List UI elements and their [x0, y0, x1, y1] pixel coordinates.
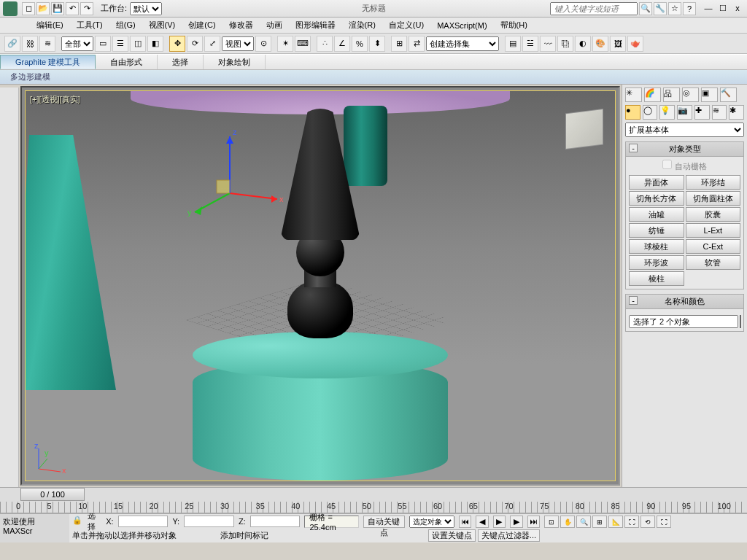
pivot-icon[interactable]: ⊙ [255, 36, 271, 52]
ehier-icon[interactable]: ⊞ [391, 36, 407, 52]
setkey-button[interactable]: 设置关键点 [428, 529, 476, 542]
btn-hedra[interactable]: 异面体 [629, 175, 684, 190]
object-name-field[interactable] [629, 315, 738, 328]
btn-ringwave[interactable]: 环形波 [629, 255, 684, 270]
menu-render[interactable]: 渲染(R) [349, 20, 376, 31]
menu-anim[interactable]: 动画 [266, 20, 282, 31]
minimize-button[interactable]: — [702, 4, 715, 13]
keymode-icon[interactable]: ⌨ [295, 36, 311, 52]
cp-motion-icon[interactable]: ◎ [682, 88, 699, 102]
spinner-snap-icon[interactable]: ⬍ [369, 36, 385, 52]
qat-new[interactable]: ◻ [22, 2, 35, 15]
ref-coord-system[interactable]: 视图 [222, 36, 254, 51]
btn-capsule[interactable]: 胶囊 [686, 207, 741, 222]
rotate-icon[interactable]: ⟳ [187, 36, 203, 52]
maxscript-mini[interactable]: 欢迎使用 MAXScr [0, 514, 69, 542]
cp-modify-icon[interactable]: 🌈 [644, 88, 661, 102]
render-icon[interactable]: 🫖 [627, 36, 643, 52]
rollout-name-color[interactable]: -名称和颜色 [625, 294, 744, 309]
object-color-swatch[interactable] [740, 315, 741, 328]
btn-torusknot[interactable]: 环形结 [686, 175, 741, 190]
window-crossing-icon[interactable]: ◧ [147, 36, 163, 52]
time-slider-bar[interactable]: 0 / 100 [0, 487, 747, 502]
nav-orbit-icon[interactable]: ⟲ [640, 516, 655, 528]
manip-icon[interactable]: ✶ [277, 36, 293, 52]
percent-snap-icon[interactable]: % [352, 36, 368, 52]
tab-select[interactable]: 选择 [158, 55, 204, 69]
nav-pan-icon[interactable]: ✋ [560, 516, 575, 528]
menu-group[interactable]: 组(G) [116, 20, 136, 31]
named-selection[interactable]: 创建选择集 [426, 36, 499, 51]
unlink-icon[interactable]: ⛓ [22, 36, 38, 52]
btn-chamfercyl[interactable]: 切角圆柱体 [686, 191, 741, 206]
y-coord-input[interactable] [184, 516, 234, 527]
time-tag-hint[interactable]: 添加时间标记 [220, 530, 268, 541]
menu-graph[interactable]: 图形编辑器 [295, 20, 336, 31]
btn-oiltank[interactable]: 油罐 [629, 207, 684, 222]
align-icon[interactable]: ▤ [505, 36, 521, 52]
btn-cext[interactable]: C-Ext [686, 239, 741, 254]
material-icon[interactable]: ◐ [575, 36, 591, 52]
menu-tools[interactable]: 工具(T) [77, 20, 103, 31]
cat-systems-icon[interactable]: ✱ [729, 105, 744, 120]
btn-gengon[interactable]: 球棱柱 [629, 239, 684, 254]
close-button[interactable]: x [731, 4, 744, 13]
key-target-select[interactable]: 选定对象 [409, 516, 454, 528]
workspace-select[interactable]: 默认 [130, 2, 162, 15]
isolate-icon[interactable]: ⊡ [544, 516, 559, 528]
timeline-ruler[interactable]: 0510152025303540455055606570758085909510… [0, 502, 747, 513]
btn-lext[interactable]: L-Ext [686, 223, 741, 238]
link-icon[interactable]: 🔗 [4, 36, 20, 52]
cat-helpers-icon[interactable]: ✚ [694, 105, 710, 120]
prev-frame-icon[interactable]: ◀ [476, 516, 488, 528]
menu-maxscript[interactable]: MAXScript(M) [437, 21, 487, 30]
cp-utilities-icon[interactable]: 🔨 [720, 88, 737, 102]
viewcube[interactable] [565, 109, 603, 149]
cat-shapes-icon[interactable]: ◯ [643, 105, 658, 120]
bind-icon[interactable]: ≋ [39, 36, 55, 52]
viewport[interactable]: [+][透视][真实] x y z [20, 86, 620, 486]
render-frame-icon[interactable]: 🖼 [610, 36, 626, 52]
mirror-icon[interactable]: ⇄ [409, 36, 425, 52]
binoculars-icon[interactable]: 🔍 [639, 2, 652, 15]
curve-editor-icon[interactable]: 〰 [540, 36, 556, 52]
cp-display-icon[interactable]: ▣ [701, 88, 718, 102]
qat-save[interactable]: 💾 [51, 2, 64, 15]
btn-chamferbox[interactable]: 切角长方体 [629, 191, 684, 206]
wrench-icon[interactable]: 🔧 [654, 2, 667, 15]
star-icon[interactable]: ☆ [668, 2, 681, 15]
select-icon[interactable]: ▭ [95, 36, 111, 52]
goto-end-icon[interactable]: ⏭ [527, 516, 540, 528]
schematic-icon[interactable]: ⿻ [557, 36, 573, 52]
selection-filter[interactable]: 全部 [61, 36, 93, 51]
selection-lock-icon[interactable]: 🔒 [72, 516, 83, 527]
cp-hierarchy-icon[interactable]: 品 [663, 88, 680, 102]
cat-lights-icon[interactable]: 💡 [659, 105, 675, 120]
layers-icon[interactable]: ☱ [522, 36, 538, 52]
cat-spacewarps-icon[interactable]: ≋ [712, 105, 727, 120]
menu-edit[interactable]: 编辑(E) [36, 20, 63, 31]
qat-undo[interactable]: ↶ [66, 2, 79, 15]
tab-paint[interactable]: 对象绘制 [204, 55, 266, 69]
menu-help[interactable]: 帮助(H) [500, 20, 527, 31]
cp-create-icon[interactable]: ✳ [625, 88, 642, 102]
cat-cameras-icon[interactable]: 📷 [677, 105, 692, 120]
menu-view[interactable]: 视图(V) [149, 20, 176, 31]
menu-modifiers[interactable]: 修改器 [229, 20, 253, 31]
nav-zoomext-icon[interactable]: ⛶ [624, 516, 639, 528]
snap-icon[interactable]: ∴ [317, 36, 333, 52]
menu-custom[interactable]: 自定义(U) [389, 20, 424, 31]
help-icon[interactable]: ? [683, 2, 696, 15]
autokey-button[interactable]: 自动关键点 [363, 516, 405, 528]
render-setup-icon[interactable]: 🎨 [592, 36, 608, 52]
qat-open[interactable]: 📂 [36, 2, 50, 15]
select-region-icon[interactable]: ◫ [130, 36, 146, 52]
goto-start-icon[interactable]: ⏮ [459, 516, 471, 528]
menu-create[interactable]: 创建(C) [188, 20, 215, 31]
geometry-category[interactable]: 扩展基本体 [625, 122, 744, 137]
play-icon[interactable]: ▶ [493, 516, 506, 528]
z-coord-input[interactable] [250, 516, 301, 527]
tab-graphite[interactable]: Graphite 建模工具 [0, 55, 96, 69]
autogrid-checkbox[interactable] [662, 160, 672, 169]
select-name-icon[interactable]: ☰ [112, 36, 128, 52]
